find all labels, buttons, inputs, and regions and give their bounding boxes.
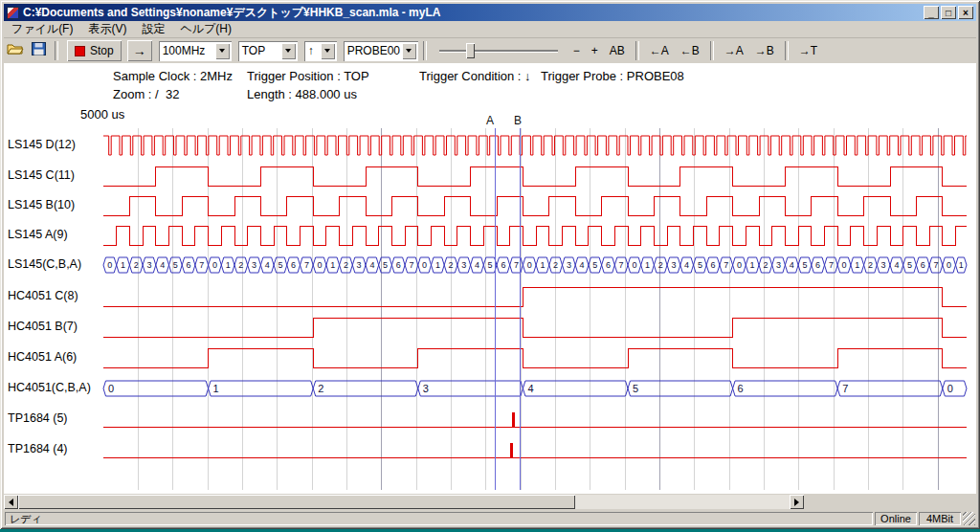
- window-title: C:¥Documents and Settings¥noname¥デスクトップ¥…: [23, 5, 924, 21]
- channel-label: LS145 B(10): [8, 198, 75, 211]
- probe-combo[interactable]: PROBE00: [344, 41, 418, 61]
- stop-button[interactable]: Stop: [67, 40, 122, 61]
- sample-rate-value: 100MHz: [159, 44, 213, 57]
- zoom-out-button[interactable]: −: [568, 42, 586, 59]
- scroll-left-button[interactable]: [4, 495, 18, 509]
- channel-label: HC4051 B(7): [8, 320, 78, 333]
- time-scale-label: 5000 us: [80, 107, 124, 122]
- chevron-down-icon[interactable]: [215, 43, 230, 59]
- menu-view[interactable]: 表示(V): [80, 20, 134, 38]
- goto-b-left-button[interactable]: ←B: [675, 42, 705, 59]
- chevron-down-icon[interactable]: [281, 43, 296, 59]
- menu-bar: ファイル(F) 表示(V) 設定 ヘルプ(H): [4, 21, 976, 37]
- sample-rate-combo[interactable]: 100MHz: [159, 41, 232, 61]
- channel-label: LS145(C,B,A): [8, 257, 81, 271]
- save-button[interactable]: [27, 40, 50, 61]
- run-arrow-icon: →: [133, 43, 146, 58]
- triangle-left-icon: [9, 499, 13, 506]
- trigger-condition-info: Trigger Condition : ↓: [419, 69, 531, 83]
- channel-label: LS145 C(11): [8, 168, 75, 182]
- close-button[interactable]: ×: [958, 6, 973, 19]
- channel-label: HC4051 A(6): [8, 350, 77, 364]
- trigger-position-combo[interactable]: TOP: [238, 41, 298, 61]
- status-online-text: Online: [880, 513, 911, 524]
- scrollbar-thumb[interactable]: [18, 495, 575, 509]
- toolbar-separator: [710, 41, 714, 60]
- channel-label: TP1684 (5): [8, 411, 68, 425]
- zoom-in-button[interactable]: +: [586, 42, 604, 59]
- app-window: C:¥Documents and Settings¥noname¥デスクトップ¥…: [0, 0, 980, 529]
- run-button[interactable]: →: [127, 40, 152, 61]
- trigger-position-info: Trigger Position : TOP: [247, 69, 369, 83]
- app-icon: [7, 7, 19, 19]
- channel-label: HC4051(C,B,A): [8, 381, 91, 394]
- toolbar-separator: [55, 41, 58, 60]
- title-bar[interactable]: C:¥Documents and Settings¥noname¥デスクトップ¥…: [4, 4, 976, 21]
- waveform-plot[interactable]: [103, 122, 967, 494]
- trigger-position-value: TOP: [238, 44, 279, 57]
- goto-a-right-button[interactable]: →A: [719, 42, 749, 59]
- stop-label: Stop: [90, 44, 114, 57]
- trigger-probe-info: Trigger Probe : PROBE08: [541, 69, 684, 83]
- channel-label: LS145 D(12): [8, 138, 76, 151]
- toolbar-separator: [423, 41, 427, 60]
- menu-settings[interactable]: 設定: [134, 20, 172, 38]
- length-info: Length : 488.000 us: [247, 87, 357, 101]
- open-file-button[interactable]: [4, 40, 27, 61]
- chevron-down-icon[interactable]: [321, 43, 335, 59]
- toolbar-separator: [785, 41, 789, 60]
- floppy-disk-icon: [32, 42, 46, 59]
- ab-button[interactable]: AB: [604, 42, 631, 59]
- toolbar-separator: [635, 41, 639, 60]
- toolbar: Stop → 100MHz TOP ↑ PROBE00 − + AB ←A: [4, 37, 976, 63]
- scroll-right-button[interactable]: [790, 495, 804, 509]
- probe-value: PROBE00: [344, 44, 400, 57]
- goto-b-right-button[interactable]: →B: [749, 42, 780, 59]
- channel-label: HC4051 C(8): [8, 289, 78, 302]
- maximize-button[interactable]: □: [941, 6, 956, 19]
- trigger-edge-value: ↑: [304, 44, 319, 57]
- resize-grip-icon[interactable]: [963, 512, 975, 525]
- zoom-info: Zoom : / 32: [113, 87, 179, 101]
- minimize-button[interactable]: _: [924, 6, 939, 19]
- menu-help[interactable]: ヘルプ(H): [172, 20, 239, 38]
- zoom-slider[interactable]: [437, 41, 560, 60]
- status-online-pane: Online: [875, 512, 917, 525]
- chevron-down-icon[interactable]: [402, 43, 416, 59]
- stop-icon: [75, 46, 85, 56]
- trigger-edge-combo[interactable]: ↑: [304, 41, 337, 61]
- scrollbar-strip: [4, 494, 976, 510]
- status-ready-text: レディ: [10, 512, 42, 526]
- status-memory-text: 4MBit: [926, 513, 953, 524]
- channel-label: LS145 A(9): [8, 228, 68, 241]
- status-memory-pane: 4MBit: [919, 512, 961, 525]
- horizontal-scrollbar[interactable]: [4, 495, 804, 509]
- folder-open-icon: [7, 42, 24, 59]
- sample-clock-info: Sample Clock : 2MHz: [113, 69, 233, 83]
- goto-trigger-button[interactable]: →T: [793, 42, 823, 59]
- status-bar: レディ Online 4MBit: [4, 510, 976, 526]
- triangle-right-icon: [794, 499, 799, 506]
- goto-a-left-button[interactable]: ←A: [644, 42, 675, 59]
- status-ready-pane: レディ: [5, 512, 873, 525]
- zoom-slider-thumb[interactable]: [466, 43, 475, 58]
- channel-label: TP1684 (4): [8, 442, 68, 455]
- zoom-slider-track: [439, 50, 558, 53]
- menu-file[interactable]: ファイル(F): [4, 20, 80, 38]
